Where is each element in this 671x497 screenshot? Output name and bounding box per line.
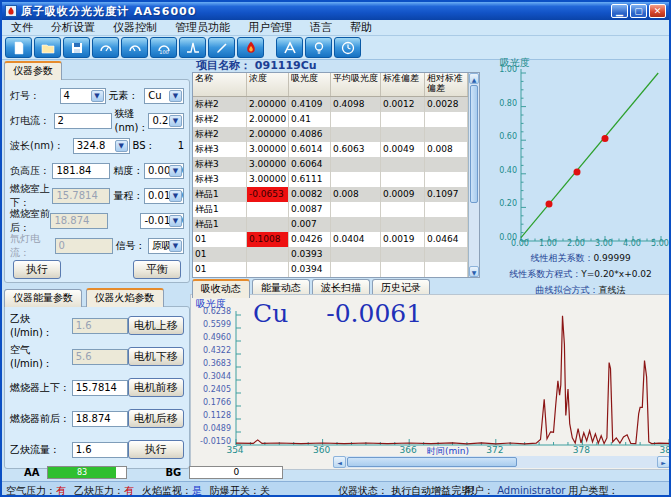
timer-icon[interactable] (334, 37, 361, 58)
table-cell: 3.00000 (247, 157, 289, 172)
user-type-label: 用户类型： (569, 485, 619, 496)
col-header-avg-absorbance[interactable]: 平均吸光度 (331, 73, 381, 96)
lamp-energy-icon[interactable] (121, 37, 148, 58)
menu-help[interactable]: 帮助 (341, 20, 381, 35)
tick-label: 1.00 (535, 239, 561, 248)
ignite-flame-icon[interactable] (237, 37, 264, 58)
open-project-icon[interactable] (34, 37, 61, 58)
table-cell: 2.00000 (247, 97, 289, 112)
dynamics-scrollbar[interactable]: ◄ ► (333, 456, 670, 468)
scrollbar-thumb[interactable] (347, 457, 517, 467)
status-flag-value: 有 (124, 485, 134, 496)
table-row[interactable]: 标样22.000000.41090.40980.00120.0028 (193, 97, 468, 112)
save-icon[interactable] (63, 37, 90, 58)
menu-language[interactable]: 语言 (301, 20, 341, 35)
scroll-left-icon[interactable]: ◄ (333, 456, 346, 468)
menu-user-management[interactable]: 用户管理 (239, 20, 301, 35)
motor-down-button[interactable]: 电机下移 (128, 347, 184, 366)
scroll-up-icon[interactable]: ▲ (469, 73, 479, 84)
col-header-concentration[interactable]: 浓度 (247, 73, 289, 96)
tab-instrument-params[interactable]: 仪器参数 (4, 61, 62, 80)
tick-label: 0.4960 (193, 333, 231, 342)
close-button[interactable]: ✕ (649, 4, 666, 18)
burner-updown-input[interactable] (72, 380, 128, 396)
table-row[interactable]: 标样33.000000.6111 (193, 172, 468, 187)
neg-hv-input[interactable] (52, 163, 110, 179)
scroll-down-icon[interactable]: ▼ (469, 266, 479, 277)
new-file-icon[interactable] (5, 37, 32, 58)
col-header-std-dev[interactable]: 标准偏差 (381, 73, 425, 96)
table-cell: 标样2 (193, 112, 247, 127)
table-cell: 0.4098 (331, 97, 381, 112)
slit-label: 狭缝(nm)： (115, 107, 149, 135)
table-cell (425, 157, 468, 172)
wavelength-scan-icon[interactable] (179, 37, 206, 58)
tab-flame-params[interactable]: 仪器火焰参数 (86, 288, 164, 307)
tab-energy-params[interactable]: 仪器能量参数 (4, 289, 82, 307)
motor-forward-button[interactable]: 电机前移 (128, 378, 184, 397)
acetylene-flow-input[interactable] (72, 442, 128, 458)
table-cell (381, 247, 425, 262)
col-header-name[interactable]: 名称 (193, 73, 247, 96)
lamp-power-icon[interactable] (305, 37, 332, 58)
corr-coef-value: 0.99999 (593, 253, 630, 263)
calibration-point (602, 135, 609, 142)
col-header-rsd[interactable]: 相对标准偏差 (425, 73, 468, 96)
table-row[interactable]: 样品10.007 (193, 217, 468, 232)
range-low-select[interactable]: -0.0150▼ (140, 213, 184, 229)
instrument-params-panel: 仪器参数 灯号： 4▼ 元素： Cu▼ 灯电流： 狭缝(nm)： 0.2▼ 波长… (4, 60, 190, 456)
menu-instrument-control[interactable]: 仪器控制 (104, 20, 166, 35)
motor-up-button[interactable]: 电机上移 (128, 316, 184, 335)
results-table: 名称 浓度 吸光度 平均吸光度 标准偏差 相对标准偏差 标样22.000000.… (192, 72, 480, 278)
minimize-button[interactable]: ▁ (611, 4, 628, 18)
chevron-down-icon: ▼ (91, 90, 104, 102)
table-cell (381, 172, 425, 187)
table-row[interactable]: 标样33.000000.60140.60630.00490.008 (193, 142, 468, 157)
chevron-down-icon: ▼ (169, 115, 182, 127)
table-row[interactable]: 标样22.000000.41 (193, 112, 468, 127)
tick-label: 378 (566, 445, 596, 455)
burner-updown-label: 燃烧器上下： (10, 381, 72, 395)
col-header-absorbance[interactable]: 吸光度 (289, 73, 331, 96)
tab-absorption-dynamics[interactable]: 吸收动态 (192, 279, 250, 298)
table-row[interactable]: 010.0393 (193, 247, 468, 262)
instrument-params-group: 灯号： 4▼ 元素： Cu▼ 灯电流： 狭缝(nm)： 0.2▼ 波长(nm)：… (4, 79, 190, 283)
scrollbar-thumb[interactable] (470, 85, 478, 203)
execute-button[interactable]: 执行 (13, 260, 61, 279)
balance-button[interactable]: 平衡 (133, 260, 181, 279)
table-row[interactable]: 样品1-0.06530.00820.0080.00090.1097 (193, 187, 468, 202)
table-scrollbar[interactable]: ▲ ▼ (468, 73, 479, 277)
flame-execute-button[interactable]: 执行 (128, 440, 184, 459)
d2-current-label: 氘灯电流： (10, 232, 55, 260)
table-row[interactable]: 样品10.0087 (193, 202, 468, 217)
range-high-select[interactable]: 0.0150▼ (144, 188, 184, 204)
menu-admin-functions[interactable]: 管理员功能 (166, 20, 239, 35)
table-row[interactable]: 010.10080.04260.04040.00190.0464 (193, 232, 468, 247)
tick-label: 2.00 (563, 239, 589, 248)
table-row[interactable]: 010.0394 (193, 262, 468, 277)
autosampler-icon[interactable] (276, 37, 303, 58)
menu-file[interactable]: 文件 (2, 20, 42, 35)
motor-back-button[interactable]: 电机后移 (128, 409, 184, 428)
scroll-right-icon[interactable]: ► (657, 456, 670, 468)
signal-select[interactable]: 原吸▼ (148, 238, 184, 254)
maximize-button[interactable]: ▢ (630, 4, 647, 18)
auto-gain-icon[interactable]: 100 (150, 37, 177, 58)
tick-label: 372 (480, 445, 510, 455)
wavelength-select[interactable]: 324.8▼ (73, 138, 130, 154)
menu-analysis-settings[interactable]: 分析设置 (42, 20, 104, 35)
precision-select[interactable]: 0.0000▼ (144, 163, 184, 179)
lamp-number-select[interactable]: 4▼ (60, 88, 106, 104)
lamp-current-input[interactable] (54, 113, 112, 129)
element-select[interactable]: Cu▼ (144, 88, 184, 104)
svg-text:100: 100 (159, 49, 169, 55)
table-cell: 0.007 (289, 217, 331, 232)
table-row[interactable]: 标样22.000000.4086 (193, 127, 468, 142)
status-flags: 空气压力：有乙炔压力：有火焰监视：是防爆开关：关 (6, 484, 278, 497)
signal-adjust-icon[interactable] (208, 37, 235, 58)
slit-select[interactable]: 0.2▼ (148, 113, 184, 129)
table-row[interactable]: 标样33.000000.6064 (193, 157, 468, 172)
table-cell: 0.008 (331, 187, 381, 202)
burner-frontback-input[interactable] (72, 411, 128, 427)
energy-meter-icon[interactable] (92, 37, 119, 58)
